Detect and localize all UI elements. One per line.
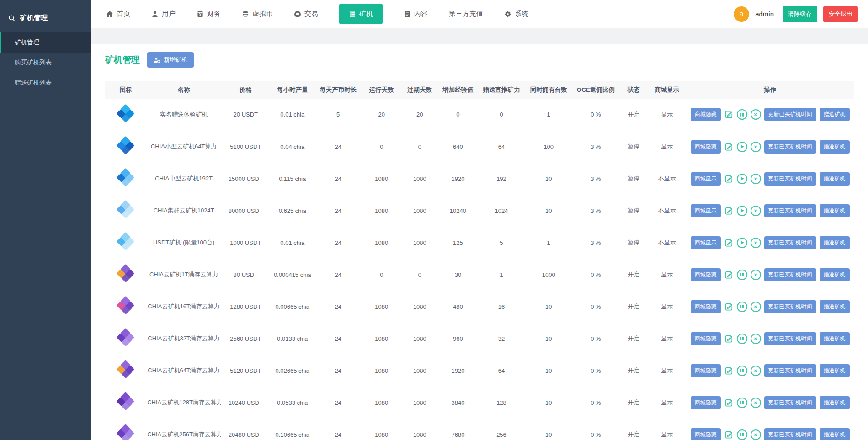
row-actions: 商城隐藏×更新已买矿机时间赠送矿机 xyxy=(687,364,853,377)
cancel-icon[interactable]: × xyxy=(751,238,761,248)
cancel-icon[interactable]: × xyxy=(751,174,761,184)
nav-item-8[interactable]: 系统 xyxy=(504,10,528,18)
update-bought-time-button[interactable]: 更新已买矿机时间 xyxy=(764,140,816,154)
cell-hourly_output: 0.115 chia xyxy=(279,175,306,182)
edit-icon[interactable] xyxy=(724,110,734,119)
nav-item-6[interactable]: 内容 xyxy=(404,10,428,18)
cancel-icon[interactable]: × xyxy=(751,302,761,312)
edit-icon[interactable] xyxy=(724,366,734,376)
shop-toggle-button[interactable]: 商城隐藏 xyxy=(691,268,721,281)
gift-miner-button[interactable]: 赠送矿机 xyxy=(820,140,850,154)
cell-name: CHIA中型云矿机192T xyxy=(155,175,213,182)
gift-miner-button[interactable]: 赠送矿机 xyxy=(820,332,850,345)
play-icon[interactable] xyxy=(737,174,747,184)
shop-toggle-button[interactable]: 商城隐藏 xyxy=(691,396,721,409)
cell-price: 5120 USDT xyxy=(230,367,261,374)
cancel-icon[interactable]: × xyxy=(751,398,761,408)
system-icon xyxy=(504,11,511,18)
update-bought-time-button[interactable]: 更新已买矿机时间 xyxy=(764,108,816,121)
pause-icon[interactable] xyxy=(737,334,747,344)
logout-button[interactable]: 安全退出 xyxy=(823,6,858,22)
edit-icon[interactable] xyxy=(724,206,734,216)
cancel-icon[interactable]: × xyxy=(751,270,761,280)
pause-icon[interactable] xyxy=(737,398,747,408)
row-actions: 商城隐藏×更新已买矿机时间赠送矿机 xyxy=(687,428,853,440)
pause-icon[interactable] xyxy=(737,109,747,120)
play-icon[interactable] xyxy=(737,238,747,248)
nav-item-label: 第三方充值 xyxy=(449,10,483,18)
gift-miner-button[interactable]: 赠送矿机 xyxy=(820,236,850,249)
gift-miner-button[interactable]: 赠送矿机 xyxy=(820,396,850,409)
edit-icon[interactable] xyxy=(724,334,734,344)
nav-item-2[interactable]: ¥财务 xyxy=(197,10,221,18)
edit-icon[interactable] xyxy=(724,174,734,184)
nav-item-4[interactable]: 交易 xyxy=(294,10,318,18)
play-icon[interactable] xyxy=(737,142,747,152)
update-bought-time-button[interactable]: 更新已买矿机时间 xyxy=(764,300,816,313)
edit-icon[interactable] xyxy=(724,302,734,312)
shop-toggle-button[interactable]: 商城隐藏 xyxy=(691,140,721,154)
add-miner-button[interactable]: 新增矿机 xyxy=(147,52,194,68)
admin-username[interactable]: admin xyxy=(755,10,774,18)
cell-daily_hours: 24 xyxy=(335,367,341,374)
pause-icon[interactable] xyxy=(737,270,747,280)
pause-icon[interactable] xyxy=(737,366,747,376)
play-icon[interactable] xyxy=(737,206,747,216)
edit-icon[interactable] xyxy=(724,270,734,280)
update-bought-time-button[interactable]: 更新已买矿机时间 xyxy=(764,396,816,409)
edit-icon[interactable] xyxy=(724,430,734,440)
sidebar-item-2[interactable]: 赠送矿机列表 xyxy=(0,73,91,93)
avatar[interactable]: a xyxy=(734,6,749,22)
gift-miner-button[interactable]: 赠送矿机 xyxy=(820,268,850,281)
pause-icon[interactable] xyxy=(737,429,747,440)
nav-item-7[interactable]: 第三方充值 xyxy=(449,10,483,18)
cell-gift_power: 1024 xyxy=(495,207,508,214)
cancel-icon[interactable]: × xyxy=(751,429,761,440)
cell-run_days: 1080 xyxy=(375,239,388,246)
update-bought-time-button[interactable]: 更新已买矿机时间 xyxy=(764,428,816,440)
update-bought-time-button[interactable]: 更新已买矿机时间 xyxy=(764,204,816,217)
cell-shop_display: 显示 xyxy=(661,335,673,342)
sidebar-item-0[interactable]: 矿机管理 xyxy=(0,32,91,53)
update-bought-time-button[interactable]: 更新已买矿机时间 xyxy=(764,172,816,186)
edit-icon[interactable] xyxy=(724,398,734,408)
update-bought-time-button[interactable]: 更新已买矿机时间 xyxy=(764,332,816,345)
cell-daily_hours: 24 xyxy=(335,239,341,246)
sidebar-item-1[interactable]: 购买矿机列表 xyxy=(0,53,91,73)
coin-icon xyxy=(242,11,249,18)
clear-cache-button[interactable]: 清除缓存 xyxy=(783,6,817,22)
nav-item-label: 首页 xyxy=(117,10,130,18)
nav-item-1[interactable]: 用户 xyxy=(151,10,176,18)
edit-icon[interactable] xyxy=(724,142,734,152)
shop-toggle-button[interactable]: 商城显示 xyxy=(691,204,721,217)
shop-toggle-button[interactable]: 商城显示 xyxy=(691,236,721,249)
shop-toggle-button[interactable]: 商城隐藏 xyxy=(691,332,721,345)
gift-miner-button[interactable]: 赠送矿机 xyxy=(820,428,850,440)
nav-item-5[interactable]: 矿机 xyxy=(339,4,383,24)
shop-toggle-button[interactable]: 商城隐藏 xyxy=(691,428,721,440)
update-bought-time-button[interactable]: 更新已买矿机时间 xyxy=(764,268,816,281)
cell-expire_days: 1080 xyxy=(413,303,426,310)
shop-toggle-button[interactable]: 商城隐藏 xyxy=(691,364,721,377)
cancel-icon[interactable]: × xyxy=(751,142,761,152)
shop-toggle-button[interactable]: 商城隐藏 xyxy=(691,300,721,313)
edit-icon[interactable] xyxy=(724,238,734,248)
gift-miner-button[interactable]: 赠送矿机 xyxy=(820,108,850,121)
cancel-icon[interactable]: × xyxy=(751,366,761,376)
cancel-icon[interactable]: × xyxy=(751,334,761,344)
cancel-icon[interactable]: × xyxy=(751,206,761,216)
gift-miner-button[interactable]: 赠送矿机 xyxy=(820,204,850,217)
gift-miner-button[interactable]: 赠送矿机 xyxy=(820,300,850,313)
cancel-icon[interactable]: × xyxy=(751,109,761,120)
nav-item-3[interactable]: 虚拟币 xyxy=(242,10,273,18)
cell-gift_power: 16 xyxy=(498,303,505,310)
nav-item-0[interactable]: 首页 xyxy=(106,10,130,18)
cell-gift_power: 5 xyxy=(500,239,503,246)
shop-toggle-button[interactable]: 商城隐藏 xyxy=(691,108,721,121)
update-bought-time-button[interactable]: 更新已买矿机时间 xyxy=(764,236,816,249)
gift-miner-button[interactable]: 赠送矿机 xyxy=(820,364,850,377)
gift-miner-button[interactable]: 赠送矿机 xyxy=(820,172,850,186)
shop-toggle-button[interactable]: 商城显示 xyxy=(691,172,721,186)
pause-icon[interactable] xyxy=(737,302,747,312)
update-bought-time-button[interactable]: 更新已买矿机时间 xyxy=(764,364,816,377)
